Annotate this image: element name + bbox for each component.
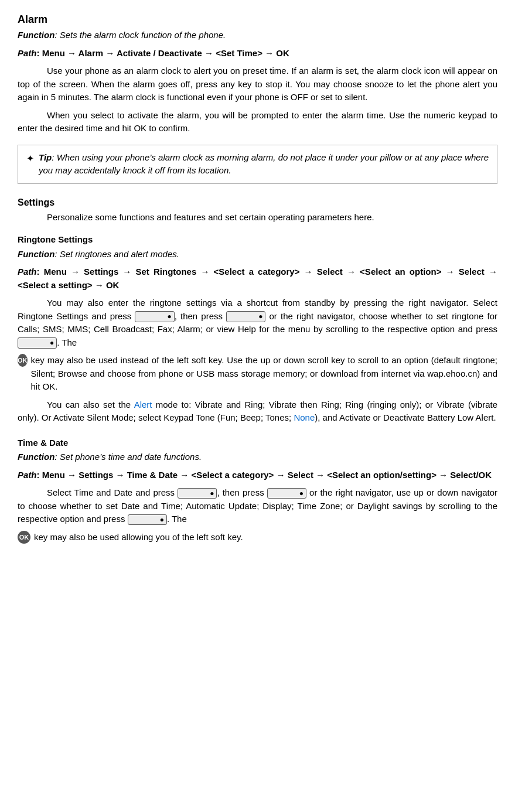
timedate-para1-b: , then press xyxy=(217,487,264,497)
ringtone-para3: You can also set the Alert mode to: Vibr… xyxy=(18,398,497,425)
tip-text: : When using your phone’s alarm clock as… xyxy=(39,152,489,176)
ok-icon-2: OK xyxy=(18,531,30,544)
tip-content: Tip: When using your phone’s alarm clock… xyxy=(39,151,489,178)
alarm-para1: Use your phone as an alarm clock to aler… xyxy=(18,64,497,104)
timedate-function-label: Function xyxy=(18,452,54,462)
tip-box: ✦ Tip: When using your phone’s alarm clo… xyxy=(18,145,497,184)
ringtone-para2-row: OK key may also be used instead of the l… xyxy=(18,354,497,394)
ringtone-function-label: Function xyxy=(18,249,54,259)
ringtone-para1: You may also enter the ringtone settings… xyxy=(18,296,497,349)
tip-icon: ✦ xyxy=(26,152,34,178)
btn-td-1: ● xyxy=(178,488,217,499)
settings-heading: Settings xyxy=(18,196,497,210)
timedate-path: Path: Menu → Settings → Time & Date → <S… xyxy=(18,469,497,482)
alarm-function-label: Function xyxy=(18,30,54,40)
timedate-para1-a: Select Time and Date and press xyxy=(47,487,175,497)
timedate-path-label: Path xyxy=(18,470,37,480)
alarm-heading: Alarm xyxy=(18,12,497,28)
ringtone-path-text: : Menu → Settings → Set Ringtones → <Sel… xyxy=(18,267,497,290)
settings-para1: Personalize some functions and features … xyxy=(18,211,497,224)
timedate-para1: Select Time and Date and press ●, then p… xyxy=(18,486,497,526)
alarm-function: Function: Sets the alarm clock function … xyxy=(18,29,497,42)
ringtone-para1-b: , then press xyxy=(175,311,223,321)
ringtone-para3-c: ), and Activate or Deactivate Battery Lo… xyxy=(315,412,496,422)
ringtone-function-text: : Set ringtones and alert modes. xyxy=(54,249,179,259)
ringtone-para1-d: . The xyxy=(57,337,77,347)
timedate-para1-d: . The xyxy=(167,514,187,524)
btn-select-1: ● xyxy=(135,311,174,322)
timedate-path-text: : Menu → Settings → Time & Date → <Selec… xyxy=(37,470,492,480)
timedate-para2: key may also be used allowing you of the… xyxy=(34,531,243,544)
timedate-para2-row: OK key may also be used allowing you of … xyxy=(18,531,497,544)
alarm-path-text: : Menu → Alarm → Activate / Deactivate →… xyxy=(37,48,289,58)
ok-icon-1: OK xyxy=(18,354,28,367)
timedate-function: Function: Set phone’s time and date func… xyxy=(18,451,497,464)
ringtone-function: Function: Set ringtones and alert modes. xyxy=(18,248,497,261)
ringtone-path: Path: Menu → Settings → Set Ringtones → … xyxy=(18,265,497,292)
alarm-function-text: : Sets the alarm clock function of the p… xyxy=(54,30,226,40)
timedate-heading: Time & Date xyxy=(18,436,497,450)
alarm-path: Path: Menu → Alarm → Activate / Deactiva… xyxy=(18,47,497,60)
ringtone-path-label: Path xyxy=(18,267,37,277)
ringtone-para2: key may also be used instead of the left… xyxy=(31,354,498,394)
alarm-path-label: Path xyxy=(18,48,37,58)
btn-select-2: ● xyxy=(226,311,265,322)
btn-select-3: ● xyxy=(18,337,57,348)
ringtone-alert-link: Alert xyxy=(134,400,152,410)
ringtone-para3-a: You can also set the xyxy=(47,400,134,410)
alarm-para2: When you select to activate the alarm, y… xyxy=(18,109,497,135)
timedate-function-text: : Set phone’s time and date functions. xyxy=(54,452,202,462)
tip-label: Tip xyxy=(39,152,52,162)
ringtone-none-link: None xyxy=(294,412,315,422)
btn-td-2: ● xyxy=(267,488,306,499)
btn-td-3: ● xyxy=(128,514,167,525)
ringtone-heading: Ringtone Settings xyxy=(18,233,497,247)
